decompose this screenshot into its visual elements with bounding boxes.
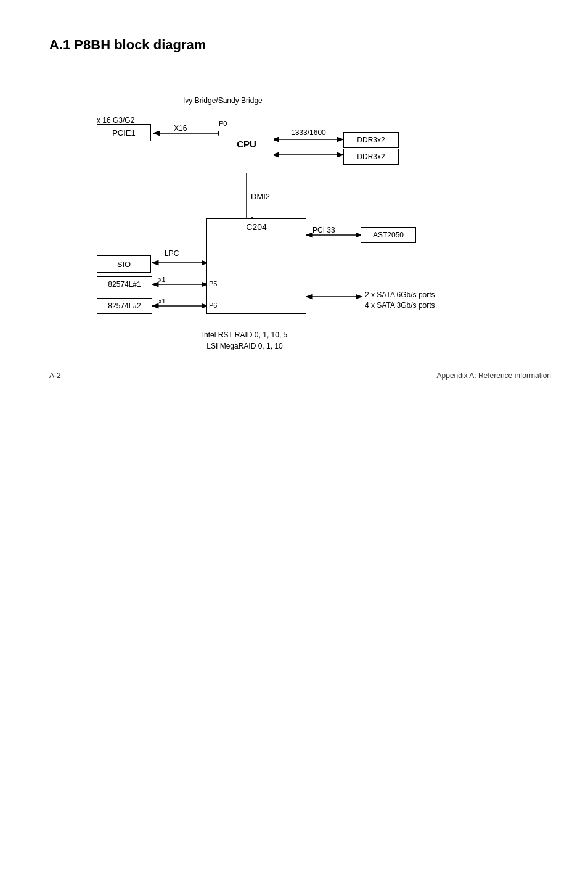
pci33-label: PCI 33 <box>312 226 335 234</box>
pcie-speed-label: x 16 G3/G2 <box>97 116 134 125</box>
sata2-label: 4 x SATA 3Gb/s ports <box>365 301 435 310</box>
x16-label: X16 <box>174 124 187 133</box>
raid1-label: Intel RST RAID 0, 1, 10, 5 <box>165 331 325 339</box>
footer-right: Appendix A: Reference information <box>437 371 551 380</box>
dmi2-label: DMI2 <box>251 192 270 201</box>
footer-left: A-2 <box>49 371 61 380</box>
raid2-label: LSI MegaRAID 0, 1, 10 <box>177 342 312 350</box>
eth1-box: 82574L#1 <box>97 276 152 292</box>
cpu-box: CPU <box>219 115 274 173</box>
c204-box: C204 <box>206 218 306 314</box>
cpu-family-label: Ivy Bridge/Sandy Bridge <box>183 96 263 105</box>
p5-label: P5 <box>209 280 217 287</box>
page-title: A.1 P8BH block diagram <box>49 37 551 53</box>
page: A.1 P8BH block diagram <box>0 0 588 398</box>
ddr2-box: DDR3x2 <box>343 149 399 165</box>
eth2-box: 82574L#2 <box>97 298 152 314</box>
pcie1-box: PCIE1 <box>97 124 151 141</box>
p6-label: P6 <box>209 302 217 309</box>
eth1-x1-label: x1 <box>158 276 166 283</box>
ddr1-box: DDR3x2 <box>343 132 399 148</box>
footer: A-2 Appendix A: Reference information <box>0 366 588 380</box>
ast2050-box: AST2050 <box>361 227 416 243</box>
eth2-x1-label: x1 <box>158 297 166 305</box>
sata1-label: 2 x SATA 6Gb/s ports <box>365 291 435 299</box>
sio-box: SIO <box>97 255 151 273</box>
ddr-speed-label: 1333/1600 <box>291 128 326 137</box>
block-diagram: Ivy Bridge/Sandy Bridge CPU P0 X16 x 16 … <box>84 78 516 361</box>
lpc-label: LPC <box>165 249 179 258</box>
p0-label: P0 <box>219 120 227 127</box>
